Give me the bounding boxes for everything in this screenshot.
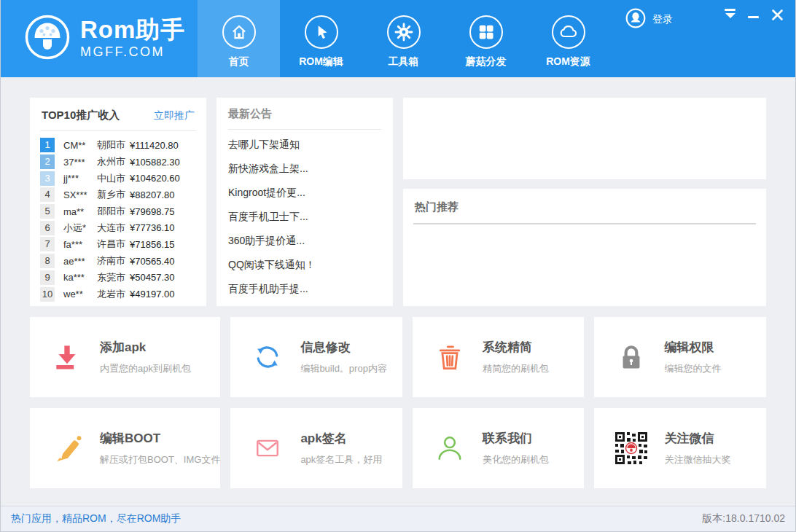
tab-rom-resources[interactable]: ROM资源: [527, 0, 609, 77]
gear-icon: [387, 15, 421, 49]
rank-badge: 8: [40, 254, 55, 268]
card-apk-sign[interactable]: apk签名 apk签名工具，好用: [230, 408, 402, 488]
promote-now-link[interactable]: 立即推广: [154, 109, 195, 122]
grid-icon: [469, 15, 503, 49]
card-info-edit[interactable]: 信息修改 编辑build。prop内容: [230, 317, 402, 397]
divider: [413, 223, 756, 224]
rank-row: 8 ae*** 济南市 ¥70565.40: [40, 253, 196, 270]
version-label: 版本:18.0.1710.02: [702, 512, 785, 525]
announcement-item[interactable]: 百度手机助手提...: [228, 277, 381, 301]
pencil-icon: [50, 431, 84, 465]
rank-badge: 6: [40, 221, 55, 235]
rank-badge: 7: [40, 237, 55, 251]
rank-row: 7 fa*** 许昌市 ¥71856.15: [40, 236, 196, 253]
login-button[interactable]: 登录: [625, 8, 673, 31]
close-button[interactable]: [771, 9, 784, 21]
minimize-button[interactable]: [748, 9, 759, 18]
main-nav: 首页 ROM编辑: [198, 0, 609, 77]
qr-code-icon: [614, 431, 648, 465]
tab-mushroom-distribute[interactable]: 蘑菇分发: [445, 0, 527, 77]
hot-recommend-title: 热门推荐: [413, 199, 756, 214]
cloud-icon: [552, 15, 585, 49]
rank-row: 6 小远* 大连市 ¥77736.10: [40, 219, 196, 236]
close-icon: [771, 9, 784, 21]
announcement-item[interactable]: QQ阅读下线通知！: [228, 253, 381, 277]
banner-panel: [403, 98, 766, 179]
refresh-icon: [251, 340, 284, 374]
rank-badge: 4: [40, 187, 55, 202]
divider: [228, 129, 381, 130]
tab-rom-edit-label: ROM编辑: [299, 55, 343, 69]
card-follow-wechat[interactable]: 关注微信 关注微信抽大奖: [594, 408, 766, 488]
tab-mushroom-distribute-label: 蘑菇分发: [466, 55, 507, 69]
tab-rom-resources-label: ROM资源: [546, 55, 590, 69]
announcement-item[interactable]: 百度手机卫士下...: [228, 205, 381, 229]
status-slogan: 热门应用，精品ROM，尽在ROM助手: [11, 512, 181, 525]
announcements-list: 去哪儿下架通知 新快游戏盒上架... Kingroot提价更... 百度手机卫士…: [228, 133, 381, 301]
rank-badge: 9: [40, 270, 55, 285]
hot-recommend-panel: 热门推荐: [403, 189, 766, 306]
rank-row: 1 CM** 朝阳市 ¥111420.80: [40, 137, 196, 154]
header: Rom助手 MGFF.COM 首页: [1, 0, 795, 77]
card-edit-permissions[interactable]: 编辑权限 编辑您的文件: [594, 317, 766, 397]
app-window: Rom助手 MGFF.COM 首页: [0, 0, 796, 532]
rank-badge: 3: [40, 171, 55, 186]
login-label: 登录: [652, 13, 673, 26]
announcement-item[interactable]: 去哪儿下架通知: [228, 133, 381, 157]
status-bar: 热门应用，精品ROM，尽在ROM助手 版本:18.0.1710.02: [1, 506, 795, 531]
rank-row: 5 ma** 邵阳市 ¥79698.75: [40, 203, 196, 220]
tab-toolbox-label: 工具箱: [389, 55, 419, 69]
envelope-icon: [251, 431, 284, 465]
card-system-slim[interactable]: 系统精简 精简您的刷机包: [413, 317, 585, 397]
minimize-icon: [748, 16, 759, 18]
rank-badge: 5: [40, 204, 55, 219]
rank-badge: 1: [40, 138, 55, 152]
tab-toolbox[interactable]: 工具箱: [362, 0, 445, 77]
rank-badge: 10: [40, 287, 55, 302]
rank-badge: 2: [40, 154, 55, 169]
app-subtitle: MGFF.COM: [80, 44, 185, 60]
qq-icon: [625, 8, 646, 31]
card-edit-boot[interactable]: 编辑BOOT 解压或打包BOOT、IMG文件: [30, 408, 220, 488]
person-icon: [433, 431, 467, 465]
app-title: Rom助手: [80, 17, 185, 42]
app-logo: Rom助手 MGFF.COM: [1, 0, 198, 77]
home-icon: [222, 15, 256, 49]
announcement-item[interactable]: 360助手提价通...: [228, 229, 381, 253]
top10-panel: TOP10推广收入 立即推广 1 CM** 朝阳市 ¥111420.80 2 3…: [30, 98, 206, 306]
tab-home-label: 首页: [229, 55, 249, 69]
card-contact-us[interactable]: 联系我们 美化您的刷机包: [413, 408, 585, 488]
announcements-title: 最新公告: [228, 107, 381, 121]
feature-cards: 添加apk 内置您的apk到刷机包: [30, 317, 766, 488]
rank-row: 4 SX*** 新乡市 ¥88207.80: [40, 187, 196, 203]
announcement-item[interactable]: Kingroot提价更...: [228, 181, 381, 205]
card-add-apk[interactable]: 添加apk 内置您的apk到刷机包: [30, 317, 220, 397]
skin-menu-button[interactable]: [725, 9, 735, 18]
trash-icon: [433, 340, 467, 374]
tab-home[interactable]: 首页: [198, 0, 280, 77]
rank-row: 3 jj*** 中山市 ¥104620.60: [40, 170, 196, 187]
top10-list: 1 CM** 朝阳市 ¥111420.80 2 37*** 永州市 ¥10588…: [40, 137, 196, 302]
divider: [40, 130, 196, 131]
announcements-panel: 最新公告 去哪儿下架通知 新快游戏盒上架... Kingroot提价更... 百…: [216, 98, 393, 306]
main-content: TOP10推广收入 立即推广 1 CM** 朝阳市 ¥111420.80 2 3…: [1, 77, 795, 506]
logo-text: Rom助手 MGFF.COM: [80, 17, 185, 60]
window-controls: [725, 9, 784, 21]
tab-rom-edit[interactable]: ROM编辑: [280, 0, 362, 77]
mushroom-logo-icon: [24, 14, 71, 63]
skin-menu-icon: [725, 9, 735, 11]
download-icon: [50, 340, 84, 374]
rank-row: 10 we** 龙岩市 ¥49197.00: [40, 286, 196, 302]
rank-row: 9 ka*** 东莞市 ¥50457.30: [40, 270, 196, 286]
rank-row: 2 37*** 永州市 ¥105882.30: [40, 154, 196, 171]
announcement-item[interactable]: 新快游戏盒上架...: [228, 157, 381, 181]
top10-title: TOP10推广收入: [42, 109, 120, 122]
cursor-icon: [305, 15, 338, 49]
lock-icon: [614, 340, 648, 374]
